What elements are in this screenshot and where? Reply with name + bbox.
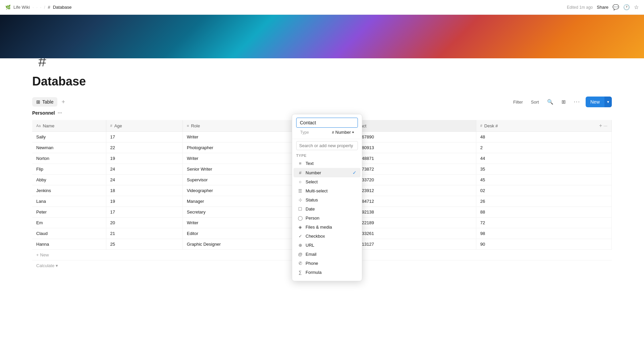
page-title: Database xyxy=(32,74,612,88)
col-header-contact[interactable]: # Contact xyxy=(343,120,476,132)
type-item-label: Text xyxy=(306,161,314,166)
type-item-label: Files & media xyxy=(306,225,332,230)
type-icon-person: ◯ xyxy=(298,216,303,221)
toolbar-right: Filter Sort 🔍 ⊞ ··· New ▾ xyxy=(511,97,612,107)
search-button[interactable]: 🔍 xyxy=(544,97,556,107)
type-chevron-icon: ▾ xyxy=(352,130,354,134)
workspace-name[interactable]: Life Wiki xyxy=(13,5,30,10)
cell-age: 18 xyxy=(106,185,183,196)
col-header-desk[interactable]: # Desk # + ··· xyxy=(476,120,611,132)
cell-name: Em xyxy=(32,218,106,228)
cell-age: 22 xyxy=(106,142,183,153)
type-option-phone[interactable]: ✆ Phone xyxy=(293,259,361,268)
cell-age: 20 xyxy=(106,218,183,228)
col-options-button[interactable]: ··· xyxy=(603,123,607,128)
col-header-name[interactable]: Aa Name xyxy=(32,120,106,132)
type-item-label: Formula xyxy=(306,270,322,275)
type-row: Type # Number ▾ xyxy=(296,128,358,137)
new-main-button[interactable]: New xyxy=(586,97,604,107)
type-item-label: Select xyxy=(306,179,318,184)
type-option-status[interactable]: ⊹ Status xyxy=(293,195,361,204)
col-label-role: Role xyxy=(191,123,200,128)
tab-table[interactable]: ⊞ Table xyxy=(32,97,57,107)
sort-button[interactable]: Sort xyxy=(528,98,542,107)
column-name-input[interactable] xyxy=(296,118,358,128)
type-item-left: ≡ Text xyxy=(298,161,314,166)
cell-name: Newman xyxy=(32,142,106,153)
type-icon-phone: ✆ xyxy=(298,261,303,266)
cell-desk: 48 xyxy=(476,132,611,142)
type-option-select[interactable]: ○ Select xyxy=(293,177,361,186)
type-item-label: Phone xyxy=(306,261,318,266)
breadcrumb-sep2: / xyxy=(44,5,45,10)
workspace-icon: 🌿 xyxy=(5,5,11,10)
type-item-left: ⊕ URL xyxy=(298,243,314,248)
comments-button[interactable]: 💬 xyxy=(612,4,619,10)
type-item-left: @ Email xyxy=(298,252,317,257)
calculate-button[interactable]: Calculate ▾ xyxy=(36,263,58,268)
type-option-multiselect[interactable]: ☰ Multi-select xyxy=(293,186,361,195)
more-options-button[interactable]: ··· xyxy=(571,97,583,107)
type-value-text: Number xyxy=(335,130,351,135)
type-value[interactable]: # Number ▾ xyxy=(332,130,354,135)
new-dropdown-button[interactable]: ▾ xyxy=(604,97,612,107)
type-icon-select: ○ xyxy=(298,179,303,184)
cell-name: Hanna xyxy=(32,239,106,250)
type-option-relation[interactable]: ↗ Relation xyxy=(293,277,361,280)
cell-desk: 2 xyxy=(476,142,611,153)
edited-label: Edited 1m ago xyxy=(567,5,593,10)
col-label-name: Name xyxy=(43,123,54,128)
cell-age: 19 xyxy=(106,153,183,164)
type-option-date[interactable]: ☐ Date xyxy=(293,204,361,214)
new-row-label: New xyxy=(40,252,49,257)
add-column-button[interactable]: + xyxy=(599,123,602,129)
type-item-label: Person xyxy=(306,216,319,221)
type-icon-status: ⊹ xyxy=(298,197,303,202)
type-option-text[interactable]: ≡ Text xyxy=(293,159,361,168)
cell-age: 25 xyxy=(106,239,183,250)
cell-contact: 15639980913 xyxy=(343,142,476,153)
type-item-label: Checkbox xyxy=(306,234,325,239)
type-option-files[interactable]: ◈ Files & media xyxy=(293,223,361,232)
share-button[interactable]: Share xyxy=(597,5,608,10)
view-title-options[interactable]: ··· xyxy=(58,110,62,116)
type-option-num[interactable]: # Number ✓ xyxy=(293,168,361,177)
type-icon-formula: ∑ xyxy=(298,270,303,275)
type-icon-date: ☐ xyxy=(298,206,303,212)
type-icon-email: @ xyxy=(298,252,303,257)
type-item-left: ∑ Formula xyxy=(298,270,322,275)
history-button[interactable]: 🕐 xyxy=(623,4,630,10)
breadcrumb-sep: · xyxy=(33,5,34,10)
favorite-button[interactable]: ☆ xyxy=(634,4,639,10)
cell-desk: 45 xyxy=(476,175,611,185)
col-header-age[interactable]: # Age xyxy=(106,120,183,132)
cell-desk: 44 xyxy=(476,153,611,164)
type-item-left: ◈ Files & media xyxy=(298,225,332,230)
type-icon-num: # xyxy=(298,170,303,175)
type-list: ≡ Text # Number ✓ ○ Select ☰ Multi-selec… xyxy=(292,159,362,280)
cell-desk: 72 xyxy=(476,218,611,228)
type-option-formula[interactable]: ∑ Formula xyxy=(293,268,361,277)
type-option-url[interactable]: ⊕ URL xyxy=(293,241,361,250)
add-view-button[interactable]: + xyxy=(59,97,68,107)
page-name-breadcrumb[interactable]: Database xyxy=(53,5,72,10)
type-option-person[interactable]: ◯ Person xyxy=(293,214,361,223)
type-item-label: Relation xyxy=(306,279,322,280)
filter-button[interactable]: Filter xyxy=(511,98,526,107)
type-option-checkbox[interactable]: ✓ Checkbox xyxy=(293,232,361,241)
search-property-input[interactable] xyxy=(296,141,358,150)
cell-contact: 19982348871 xyxy=(343,153,476,164)
type-option-email[interactable]: @ Email xyxy=(293,250,361,259)
new-row-icon: + xyxy=(36,252,39,257)
cell-contact: 12144792138 xyxy=(343,207,476,218)
cell-name: Claud xyxy=(32,228,106,239)
cell-contact: 19200384712 xyxy=(343,196,476,207)
layout-button[interactable]: ⊞ xyxy=(559,97,569,107)
type-item-left: ⊹ Status xyxy=(298,197,318,202)
cell-contact: 14351922189 xyxy=(343,218,476,228)
type-item-left: ✓ Checkbox xyxy=(298,234,325,239)
type-label: Type xyxy=(300,130,309,135)
cell-contact: 19370313127 xyxy=(343,239,476,250)
type-icon-text: ≡ xyxy=(298,161,303,166)
col-icon-desk: # xyxy=(480,124,482,128)
